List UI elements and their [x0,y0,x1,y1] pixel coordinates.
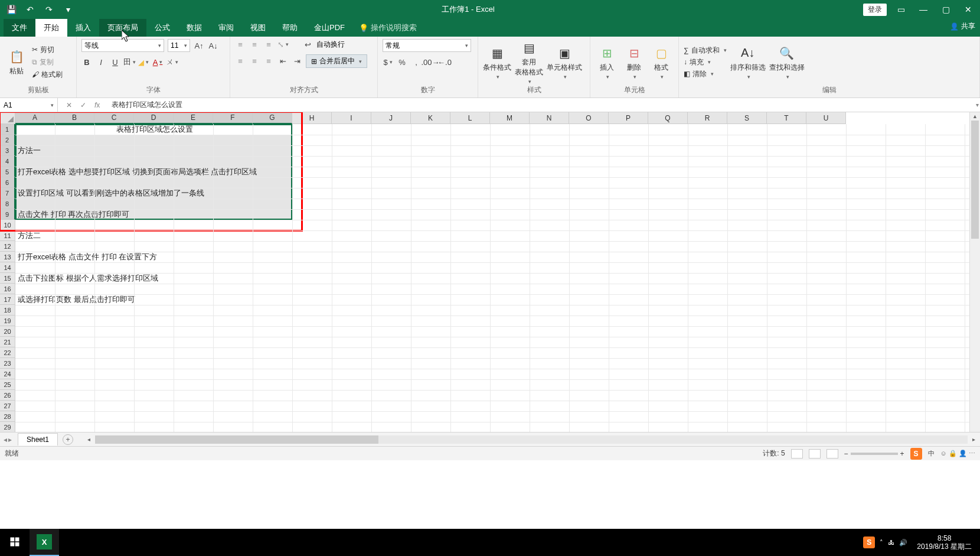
row-header-25[interactable]: 25 [0,379,15,390]
page-break-view-icon[interactable] [827,449,838,459]
sogou-ime-icon[interactable]: S [910,448,922,460]
align-middle-icon[interactable]: ≡ [249,39,260,50]
col-header-K[interactable]: K [411,112,450,124]
format-cells-button[interactable]: ▢格式 [649,45,673,80]
expand-formula-bar-icon[interactable]: ▾ [976,102,979,108]
col-header-Q[interactable]: Q [648,112,688,124]
tab-help[interactable]: 帮助 [274,19,306,37]
paste-button[interactable]: 📋 粘贴 [5,48,28,76]
align-right-icon[interactable]: ≡ [263,56,274,67]
col-header-G[interactable]: G [253,112,292,124]
row-header-23[interactable]: 23 [0,358,15,369]
row-header-26[interactable]: 26 [0,390,15,401]
horizontal-scrollbar[interactable]: ◂ ▸ [85,435,980,444]
comma-icon[interactable]: , [411,57,422,67]
tray-chevron-icon[interactable]: ˄ [880,539,883,547]
bold-button[interactable]: B [81,57,92,67]
align-center-icon[interactable]: ≡ [249,56,260,67]
col-header-C[interactable]: C [94,112,134,124]
number-format-combo[interactable]: 常规▾ [383,39,471,52]
col-header-O[interactable]: O [569,112,609,124]
zoom-out-icon[interactable]: − [844,450,848,458]
underline-button[interactable]: U [110,57,120,67]
zoom-slider[interactable]: − + [844,450,904,458]
row-header-1[interactable]: 1 [0,124,15,135]
format-painter-button[interactable]: 🖌格式刷 [32,70,63,80]
row-header-17[interactable]: 17 [0,294,15,305]
tray-extra-icons[interactable]: ☺ 🔒 👤 ⋯ [940,450,975,457]
clear-button[interactable]: ◧清除 [684,69,727,79]
italic-button[interactable]: I [96,57,106,67]
col-header-H[interactable]: H [292,112,332,124]
vscroll-thumb[interactable] [971,121,979,239]
cell-a3[interactable]: 方法一 [17,145,41,156]
col-header-E[interactable]: E [174,112,213,124]
font-name-combo[interactable]: 等线▾ [81,39,164,52]
new-sheet-button[interactable]: + [63,434,73,445]
fx-icon[interactable]: fx [94,101,100,109]
currency-icon[interactable]: $ [383,57,393,67]
row-header-9[interactable]: 9 [0,209,15,220]
row-header-28[interactable]: 28 [0,411,15,422]
select-all-triangle[interactable] [0,112,15,124]
row-header-21[interactable]: 21 [0,337,15,347]
row-header-19[interactable]: 19 [0,316,15,326]
phonetic-button[interactable]: ㄨ [166,57,177,67]
cell-a1[interactable]: 表格打印区域怎么设置 [15,124,292,135]
font-size-combo[interactable]: 11▾ [168,39,190,52]
spreadsheet-grid[interactable]: ABCDEFGHIJKLMNOPQRSTU 123456789101112131… [0,112,969,438]
ribbon-options-icon[interactable]: ▭ [893,2,909,17]
col-header-T[interactable]: T [767,112,806,124]
hscroll-thumb[interactable] [95,435,378,444]
sheet-nav-last-icon[interactable]: ▸ [8,435,12,444]
tab-data[interactable]: 数据 [178,19,210,37]
decrease-indent-icon[interactable]: ⇤ [277,56,288,67]
zoom-in-icon[interactable]: + [900,450,904,458]
cell-a9[interactable]: 点击文件 打印 再次点击打印即可 [17,209,129,220]
scroll-up-icon[interactable]: ▲ [970,112,980,121]
qat-more-icon[interactable]: ▾ [63,4,73,15]
format-table-button[interactable]: ▤套用 表格格式 [515,40,543,84]
delete-cells-button[interactable]: ⊟删除 [622,45,646,80]
row-header-27[interactable]: 27 [0,401,15,411]
row-header-15[interactable]: 15 [0,273,15,284]
sheet-tab-sheet1[interactable]: Sheet1 [18,433,58,446]
increase-decimal-icon[interactable]: .00→ [425,57,436,67]
start-button[interactable] [0,529,30,556]
col-header-B[interactable]: B [55,112,94,124]
insert-cells-button[interactable]: ⊞插入 [595,45,619,80]
row-header-18[interactable]: 18 [0,305,15,316]
find-select-button[interactable]: 🔍查找和选择 [769,45,805,80]
col-header-U[interactable]: U [806,112,846,124]
cells-area[interactable]: 表格打印区域怎么设置 方法一 打开excel表格 选中想要打印区域 切换到页面布… [15,124,969,438]
tray-network-icon[interactable]: 🖧 [888,539,894,546]
normal-view-icon[interactable] [791,449,803,459]
tell-me[interactable]: 💡 操作说明搜索 [353,19,423,37]
col-header-F[interactable]: F [213,112,253,124]
sort-filter-button[interactable]: A↓排序和筛选 [730,45,766,80]
row-header-11[interactable]: 11 [0,230,15,241]
row-header-7[interactable]: 7 [0,188,15,199]
align-top-icon[interactable]: ≡ [235,39,246,50]
conditional-format-button[interactable]: ▦条件格式 [483,45,511,80]
save-icon[interactable]: 💾 [6,4,17,15]
login-button[interactable]: 登录 [863,4,887,16]
row-header-22[interactable]: 22 [0,347,15,358]
row-header-16[interactable]: 16 [0,284,15,294]
font-color-button[interactable]: A [152,57,163,67]
row-header-13[interactable]: 13 [0,252,15,262]
increase-indent-icon[interactable]: ⇥ [292,56,302,67]
row-header-8[interactable]: 8 [0,199,15,209]
hscroll-right-icon[interactable]: ▸ [970,436,978,443]
increase-font-icon[interactable]: A↑ [194,40,204,51]
row-header-2[interactable]: 2 [0,135,15,145]
hscroll-left-icon[interactable]: ◂ [85,436,93,443]
orientation-icon[interactable]: ⤡ [277,39,288,50]
taskbar-sogou-icon[interactable]: S [863,537,875,548]
cell-a5[interactable]: 打开excel表格 选中想要打印区域 切换到页面布局选项栏 点击打印区域 [17,167,257,177]
close-icon[interactable]: ✕ [960,2,976,17]
tab-formulas[interactable]: 公式 [146,19,178,37]
taskbar-excel[interactable]: X [30,529,59,556]
tab-file[interactable]: 文件 [4,19,35,37]
vertical-scrollbar[interactable]: ▲ ▼ [969,112,980,438]
